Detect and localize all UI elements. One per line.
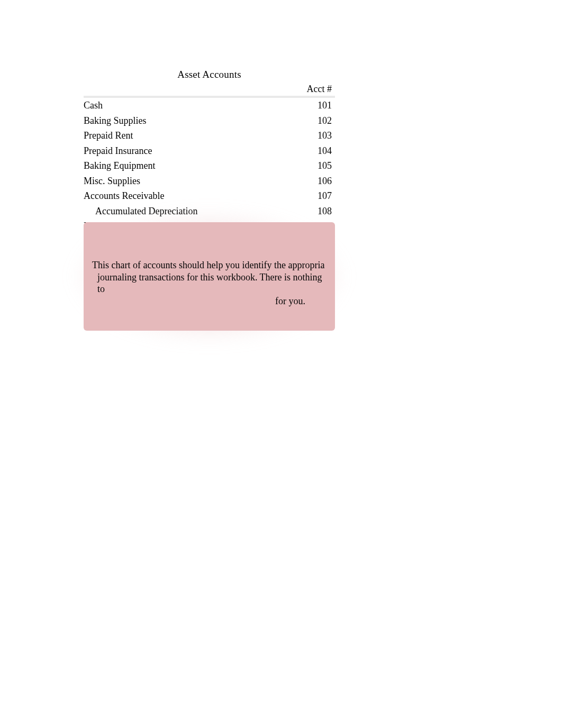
note-text: This chart of accounts should help you i… xyxy=(84,259,335,307)
account-name: Accounts Receivable xyxy=(84,190,289,202)
table-row: Accumulated Depreciation 108 xyxy=(84,204,335,219)
account-name: Prepaid Rent xyxy=(84,130,289,142)
accounts-table: Asset Accounts Acct # Cash 101 Baking Su… xyxy=(84,69,335,234)
account-number: 101 xyxy=(289,99,332,112)
column-header-acct: Acct # xyxy=(289,84,332,95)
note-line-1: This chart of accounts should help you i… xyxy=(92,259,331,271)
table-row: Cash 101 xyxy=(84,98,335,113)
account-name: Baking Supplies xyxy=(84,115,289,127)
table-row: Baking Supplies 102 xyxy=(84,113,335,129)
account-number: 104 xyxy=(289,145,332,157)
table-header-row: Acct # xyxy=(84,84,335,98)
account-number: 108 xyxy=(289,205,332,217)
account-number: 102 xyxy=(289,115,332,127)
account-number: 107 xyxy=(289,190,332,202)
table-row: Prepaid Insurance 104 xyxy=(84,143,335,159)
account-name: Baking Equipment xyxy=(84,160,289,172)
account-number: 106 xyxy=(289,175,332,187)
table-row: Baking Equipment 105 xyxy=(84,158,335,174)
table-row: Misc. Supplies 106 xyxy=(84,174,335,189)
note-line-2: journaling transactions for this workboo… xyxy=(92,271,331,295)
page: Asset Accounts Acct # Cash 101 Baking Su… xyxy=(0,0,562,728)
account-name: Misc. Supplies xyxy=(84,175,289,187)
table-title: Asset Accounts xyxy=(84,69,335,80)
account-number: 105 xyxy=(289,160,332,172)
table-row: Prepaid Rent 103 xyxy=(84,128,335,143)
account-name: Prepaid Insurance xyxy=(84,145,289,157)
note-line-3: for you. xyxy=(92,295,331,307)
account-number: 103 xyxy=(289,130,332,142)
account-name: Cash xyxy=(84,99,289,112)
account-name: Accumulated Depreciation xyxy=(84,205,289,217)
table-row: Accounts Receivable 107 xyxy=(84,188,335,204)
